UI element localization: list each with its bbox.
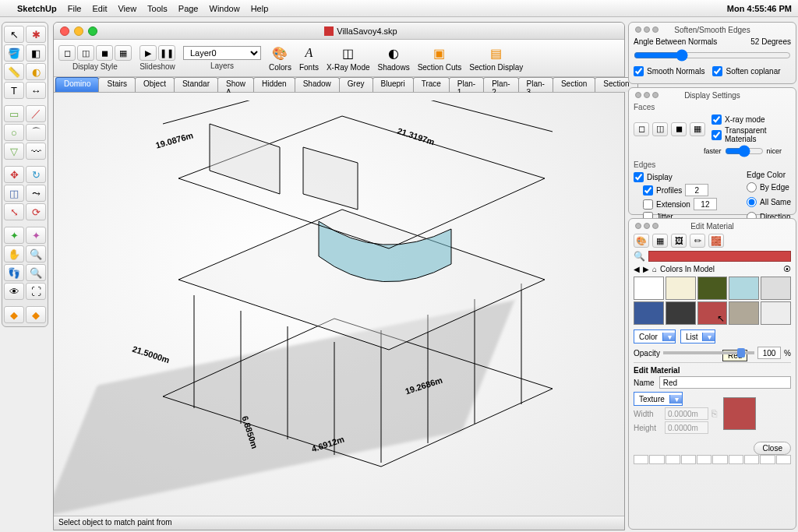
tab-trace[interactable]: Trace: [413, 77, 450, 92]
color-well-2[interactable]: [649, 455, 664, 464]
window-minimize-button[interactable]: [74, 26, 83, 36]
tab-object[interactable]: Object: [135, 77, 175, 92]
texture-combo[interactable]: Texture▾: [634, 392, 683, 406]
all-same-radio[interactable]: [747, 197, 757, 207]
paint-tool[interactable]: 🪣: [4, 44, 24, 62]
color-well-7[interactable]: [729, 455, 743, 464]
section-display-icon[interactable]: ▤: [487, 44, 506, 62]
soften-coplanar-checkbox[interactable]: [712, 66, 722, 76]
swatch-cream[interactable]: [666, 277, 696, 300]
material-tab-brick[interactable]: 🧱: [708, 234, 724, 248]
extension-value[interactable]: [694, 198, 717, 210]
look-tool[interactable]: ✦: [26, 227, 46, 244]
section-cuts-icon[interactable]: ▣: [430, 44, 449, 62]
style-textured[interactable]: ▦: [115, 45, 132, 61]
pan-tool[interactable]: ✋: [4, 245, 24, 262]
select-tool[interactable]: ↖: [4, 26, 24, 43]
face-style-4[interactable]: ▦: [690, 122, 705, 136]
axes-tool[interactable]: ✱: [26, 26, 46, 43]
nav-fwd-icon[interactable]: ▶: [643, 265, 649, 273]
tab-shadow[interactable]: Shadow: [295, 77, 340, 92]
material-name-input[interactable]: [659, 376, 791, 389]
tab-standar[interactable]: Standar: [174, 77, 218, 92]
walk-tool[interactable]: 👣: [4, 264, 24, 281]
by-edge-radio[interactable]: [747, 182, 757, 192]
swatch-darkgray[interactable]: [666, 301, 696, 325]
close-button[interactable]: Close: [754, 442, 791, 455]
tab-section-1[interactable]: Section: [553, 77, 595, 92]
menu-help[interactable]: Help: [251, 4, 269, 13]
style-hidden[interactable]: ◫: [77, 45, 94, 61]
menu-tools[interactable]: Tools: [147, 4, 168, 13]
menu-file[interactable]: File: [68, 4, 82, 13]
slideshow-pause[interactable]: ❚❚: [158, 45, 175, 61]
freehand-tool[interactable]: 〰: [26, 143, 46, 160]
swatch-gray[interactable]: [761, 277, 791, 300]
swatch-lightblue[interactable]: [729, 277, 759, 300]
tab-hidden[interactable]: Hidden: [253, 77, 295, 92]
rotate-tool[interactable]: ↻: [26, 166, 46, 183]
tab-domino[interactable]: Domino: [55, 77, 99, 92]
color-well-4[interactable]: [681, 455, 696, 464]
section-tool[interactable]: ◆: [4, 306, 24, 323]
profiles-checkbox[interactable]: [643, 185, 653, 196]
swatch-red[interactable]: ↖: [697, 301, 728, 325]
texture-height-input[interactable]: [665, 421, 708, 434]
home-icon[interactable]: ⌂: [652, 265, 657, 273]
profiles-value[interactable]: [685, 184, 708, 196]
colors-icon[interactable]: 🎨: [270, 44, 289, 62]
angle-slider[interactable]: [634, 49, 791, 62]
app-menu[interactable]: SketchUp: [17, 4, 57, 13]
list-combo[interactable]: List▾: [680, 329, 716, 344]
color-well-3[interactable]: [666, 455, 680, 464]
display-edges-checkbox[interactable]: [634, 172, 644, 182]
face-style-1[interactable]: ◻: [634, 122, 649, 136]
color-well-5[interactable]: [697, 455, 711, 464]
face-style-2[interactable]: ◫: [652, 122, 668, 136]
zoom-extents-tool[interactable]: ⛶: [26, 283, 46, 300]
followme-tool[interactable]: ⤳: [26, 185, 46, 202]
material-preview-swatch[interactable]: [723, 397, 756, 430]
texture-width-input[interactable]: [665, 407, 708, 420]
protractor-tool[interactable]: ◐: [26, 63, 46, 80]
color-combo[interactable]: Color▾: [634, 329, 676, 344]
swatch-blue[interactable]: [634, 301, 664, 325]
tab-bluepri[interactable]: Bluepri: [373, 77, 414, 92]
xray-mode-checkbox[interactable]: [711, 115, 722, 125]
line-tool[interactable]: ／: [26, 105, 46, 122]
tab-plan-1[interactable]: Plan-1: [449, 77, 484, 92]
polygon-tool[interactable]: ▽: [4, 143, 24, 160]
menu-edit[interactable]: Edit: [92, 4, 107, 13]
menu-page[interactable]: Page: [178, 4, 199, 13]
color-well-6[interactable]: [712, 455, 727, 464]
tape-tool[interactable]: 📏: [4, 63, 24, 80]
move-tool[interactable]: ✥: [4, 166, 24, 183]
link-icon[interactable]: ⎘: [711, 408, 717, 419]
color-well-10[interactable]: [776, 455, 791, 464]
circle-tool[interactable]: ○: [4, 124, 24, 141]
swatch-white[interactable]: [634, 277, 664, 300]
smooth-normals-checkbox[interactable]: [634, 66, 644, 76]
material-tab-crayons[interactable]: ✏: [690, 234, 705, 248]
tab-grey[interactable]: Grey: [339, 77, 373, 92]
rectangle-tool[interactable]: ▭: [4, 105, 24, 122]
transparent-checkbox[interactable]: [711, 130, 722, 140]
shadows-icon[interactable]: ◐: [384, 44, 403, 62]
scale-tool[interactable]: ⤡: [4, 203, 24, 220]
dimension-tool[interactable]: ↔: [26, 82, 46, 99]
transparency-quality-slider[interactable]: [725, 145, 764, 157]
menu-window[interactable]: Window: [210, 4, 240, 13]
window-close-button[interactable]: [60, 26, 69, 36]
zoom-tool[interactable]: 🔍: [26, 245, 46, 262]
list-menu-icon[interactable]: ⦿: [783, 265, 791, 273]
material-tab-image[interactable]: 🖼: [671, 234, 687, 248]
opacity-slider[interactable]: [663, 351, 754, 354]
menu-view[interactable]: View: [118, 4, 136, 13]
fonts-icon[interactable]: A: [299, 44, 318, 62]
tab-plan-3[interactable]: Plan-3: [518, 77, 553, 92]
extension-checkbox[interactable]: [643, 199, 653, 210]
arc-tool[interactable]: ⌒: [26, 124, 46, 141]
text-tool[interactable]: T: [4, 82, 24, 99]
nav-back-icon[interactable]: ◀: [634, 265, 640, 273]
zoom-window-tool[interactable]: 🔍: [26, 264, 46, 281]
